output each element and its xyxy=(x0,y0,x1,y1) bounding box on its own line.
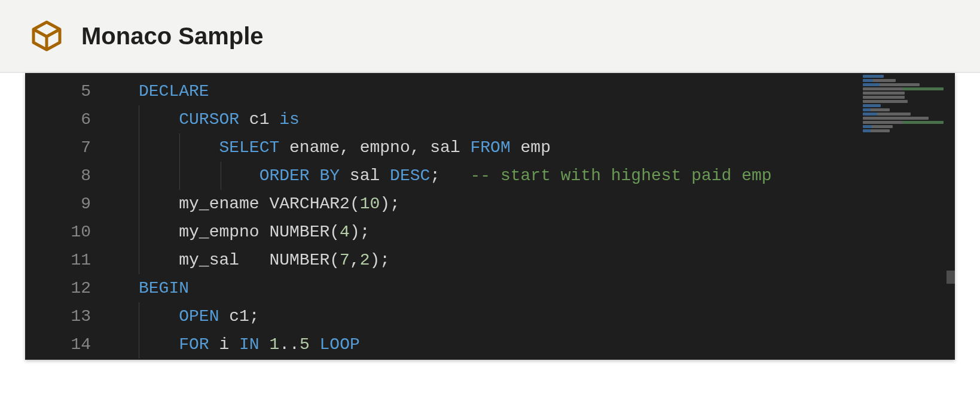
token-pl: emp xyxy=(511,138,551,157)
line-number: 8 xyxy=(25,162,108,190)
token-kw: is xyxy=(279,110,300,129)
token-pl xyxy=(310,335,320,354)
line-number-gutter: 567891011121314 xyxy=(25,73,108,360)
token-kw: LOOP xyxy=(320,335,360,354)
token-num: 10 xyxy=(360,195,380,213)
code-line[interactable]: my_empno NUMBER(4); xyxy=(108,218,955,246)
token-pl: i xyxy=(209,335,239,354)
token-pl: c1 xyxy=(239,110,279,129)
token-kw: DESC xyxy=(390,166,430,185)
token-pl: NUMBER xyxy=(269,223,329,241)
token-pl: ( xyxy=(329,251,340,269)
token-num: 2 xyxy=(360,251,370,269)
line-number: 5 xyxy=(25,77,108,105)
vertical-scrollbar[interactable] xyxy=(947,73,955,360)
line-number: 12 xyxy=(25,274,108,302)
token-kw: DECLARE xyxy=(139,82,209,101)
line-number: 7 xyxy=(25,133,108,162)
token-pl: VARCHAR2 xyxy=(269,195,349,213)
token-num: 1 xyxy=(269,335,279,354)
app-header: Monaco Sample xyxy=(0,0,980,73)
token-kw: BEGIN xyxy=(139,279,189,297)
page-title: Monaco Sample xyxy=(81,23,264,50)
line-number: 14 xyxy=(25,330,108,359)
token-pl: my_sal xyxy=(179,251,269,269)
code-line[interactable]: my_ename VARCHAR2(10); xyxy=(108,190,955,218)
token-pl: ; xyxy=(430,166,470,185)
token-pl: my_empno xyxy=(179,223,269,241)
token-pl: ); xyxy=(380,195,400,213)
token-num: 5 xyxy=(300,335,310,354)
token-kw: SELECT xyxy=(219,138,279,157)
editor-container: 567891011121314 DECLARE CURSOR c1 is SEL… xyxy=(0,73,980,416)
line-number: 13 xyxy=(25,302,108,330)
code-line[interactable]: SELECT ename, empno, sal FROM emp xyxy=(108,133,955,162)
token-cmt: -- start with highest paid emp xyxy=(471,166,772,185)
token-kw: FROM xyxy=(471,138,511,157)
code-content[interactable]: DECLARE CURSOR c1 is SELECT ename, empno… xyxy=(108,73,955,360)
token-pl: , xyxy=(350,251,360,269)
token-pl: sal xyxy=(340,166,390,185)
token-num: 4 xyxy=(340,223,350,241)
token-kw: OPEN xyxy=(179,307,219,326)
token-pl: .. xyxy=(279,335,300,354)
line-number: 11 xyxy=(25,246,108,274)
token-pl: ( xyxy=(329,223,340,241)
line-number: 6 xyxy=(25,105,108,133)
code-line[interactable]: BEGIN xyxy=(108,274,955,302)
token-pl: NUMBER xyxy=(269,251,329,269)
token-pl: ); xyxy=(350,223,370,241)
token-pl xyxy=(259,335,270,354)
token-pl: ename, empno, sal xyxy=(279,138,470,157)
token-pl: ( xyxy=(350,195,360,213)
logo-icon xyxy=(30,19,63,53)
token-kw: IN xyxy=(239,335,259,354)
line-number: 9 xyxy=(25,190,108,218)
code-line[interactable]: CURSOR c1 is xyxy=(108,105,955,133)
code-line[interactable]: my_sal NUMBER(7,2); xyxy=(108,246,955,274)
code-line[interactable]: FOR i IN 1..5 LOOP xyxy=(108,330,955,359)
token-pl: c1; xyxy=(219,307,259,326)
token-kw: CURSOR xyxy=(179,110,239,129)
scroll-thumb[interactable] xyxy=(947,271,955,284)
token-pl: ); xyxy=(370,251,390,269)
code-line[interactable]: ORDER BY sal DESC; -- start with highest… xyxy=(108,162,955,190)
code-line[interactable]: DECLARE xyxy=(108,77,955,105)
code-line[interactable]: OPEN c1; xyxy=(108,302,955,330)
token-pl: my_ename xyxy=(179,195,269,213)
token-kw: ORDER BY xyxy=(259,166,340,185)
code-editor[interactable]: 567891011121314 DECLARE CURSOR c1 is SEL… xyxy=(25,73,955,360)
token-num: 7 xyxy=(340,251,350,269)
line-number: 10 xyxy=(25,218,108,246)
token-kw: FOR xyxy=(179,335,209,354)
